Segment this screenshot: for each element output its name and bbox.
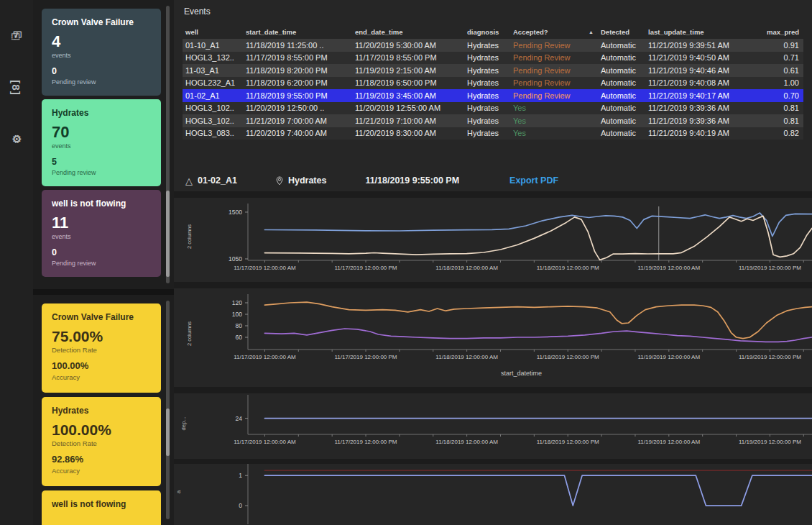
cell-last-update-time: 11/21/2019 9:40:17 AM <box>645 91 753 100</box>
x-tick-label: 11/18/2019 12:00:00 PM <box>537 439 599 445</box>
selected-well: △ 01-02_A1 <box>185 175 237 186</box>
table-header-row: wellstart_date_timeend_date_timediagnosi… <box>183 27 803 37</box>
detection-metric-card[interactable]: Hydrates100.00%Detection Rate92.86%Accur… <box>42 397 161 486</box>
chart-plot-area[interactable]: 10 <box>180 464 812 525</box>
table-row[interactable]: 11-03_A111/18/2019 8:20:00 PM11/19/2019 … <box>183 64 803 77</box>
scrollbar-thumb[interactable] <box>166 191 170 277</box>
x-tick-label: 11/17/2019 12:00:00 AM <box>234 439 296 445</box>
scrollbar-track <box>166 301 170 519</box>
detection-metrics-section: Crown Valve Failure75.00%Detection Rate1… <box>33 295 174 525</box>
cell-well: HOGL3_132.. <box>183 53 243 62</box>
column-header-accepted-[interactable]: Accepted?▲ <box>510 28 598 36</box>
summary-card-column: Crown Valve Failure4events0Pending revie… <box>33 0 174 525</box>
cell-diagnosis: Hydrates <box>464 104 510 112</box>
cell-last-update-time: 11/21/2019 9:39:36 AM <box>645 104 753 112</box>
cell-detected: Automatic <box>598 41 645 50</box>
panel-divider <box>174 387 812 393</box>
detection-metric-card[interactable]: well is not flowing <box>42 490 161 525</box>
chart-plot-area[interactable]: 2411/17/2019 12:00:00 AM11/17/2019 12:00… <box>180 393 812 459</box>
column-header-well[interactable]: well <box>183 28 243 36</box>
event-count-card[interactable]: Crown Valve Failure4events0Pending revie… <box>42 9 161 96</box>
cell-start-date-time: 11/18/2019 11:25:00 .. <box>243 41 352 50</box>
cell-detected: Automatic <box>598 104 645 112</box>
cell-max-pred: 1.00 <box>753 78 803 87</box>
cell-end-date-time: 11/17/2019 8:55:00 PM <box>352 53 464 62</box>
scrollbar-track <box>166 6 170 283</box>
scrollbar-thumb[interactable] <box>166 408 170 456</box>
table-row[interactable]: HOGL3_083..11/20/2019 7:40:00 AM11/20/20… <box>183 127 803 140</box>
cell-max-pred: 0.82 <box>753 129 803 137</box>
x-tick-label: 11/19/2019 12:00:00 AM <box>638 354 701 360</box>
y-axis-label: dep... <box>180 416 187 430</box>
cell-well: 11-03_A1 <box>183 66 243 75</box>
events-count: 70 <box>52 124 151 140</box>
card-title: Hydrates <box>52 406 151 416</box>
svg-text:24: 24 <box>236 415 243 422</box>
cell-start-date-time: 11/21/2019 7:00:00 AM <box>243 117 352 125</box>
cell-start-date-time: 11/20/2019 7:40:00 AM <box>243 129 352 137</box>
pending-label: Pending review <box>52 169 151 176</box>
column-header-last-update-time[interactable]: last_update_time <box>645 28 753 36</box>
table-row[interactable]: HOGL232_A111/18/2019 6:20:00 PM11/18/201… <box>183 77 803 90</box>
detection-metric-card[interactable]: Crown Valve Failure75.00%Detection Rate1… <box>42 303 161 393</box>
detection-rate-value: 75.00% <box>52 329 151 344</box>
x-tick-label: 11/18/2019 12:00:00 AM <box>435 439 498 445</box>
table-row[interactable]: HOGL3_102..11/21/2019 7:00:00 AM11/21/20… <box>183 114 803 127</box>
export-pdf-link[interactable]: Export PDF <box>509 175 558 186</box>
cell-detected: Automatic <box>598 53 645 62</box>
selected-event-bar: △ 01-02_A1 Hydrates 11/18/2019 9:55:00 P… <box>185 173 812 188</box>
well-derrick-icon: △ <box>185 175 193 186</box>
table-row[interactable]: 01-10_A111/18/2019 11:25:00 ..11/20/2019… <box>183 39 803 52</box>
chart-plot-area[interactable]: 120100806011/17/2019 12:00:00 AM11/17/20… <box>180 288 812 387</box>
column-header-diagnosis[interactable]: diagnosis <box>464 28 510 36</box>
x-tick-label: 11/19/2019 12:00:00 PM <box>739 354 801 360</box>
column-header-detected[interactable]: Detected <box>598 28 645 36</box>
events-count: 11 <box>52 215 151 231</box>
panel-divider <box>174 459 812 464</box>
cell-max-pred: 0.91 <box>753 41 803 50</box>
x-tick-label: 11/18/2019 12:00:00 PM <box>537 354 599 360</box>
cell-well: 01-10_A1 <box>183 41 243 50</box>
cell-well: HOGL3_083.. <box>183 129 243 137</box>
event-count-card[interactable]: Hydrates70events5Pending review <box>42 99 161 186</box>
svg-text:1500: 1500 <box>229 209 242 216</box>
cell-start-date-time: 11/18/2019 8:20:00 PM <box>243 66 352 75</box>
x-tick-label: 11/19/2019 12:00:00 AM <box>638 265 701 271</box>
cell-diagnosis: Hydrates <box>464 66 510 75</box>
cell-end-date-time: 11/20/2019 12:55:00 AM <box>352 104 464 112</box>
cell-detected: Automatic <box>598 66 645 75</box>
table-row-selected[interactable]: 01-02_A111/18/2019 9:55:00 PM11/19/2019 … <box>183 89 803 102</box>
events-table: wellstart_date_timeend_date_timediagnosi… <box>183 27 803 140</box>
x-tick-label: 11/18/2019 12:00:00 AM <box>435 354 498 360</box>
x-tick-label: 11/19/2019 12:00:00 AM <box>638 439 701 445</box>
cell-start-date-time: 11/17/2019 8:55:00 PM <box>243 53 352 62</box>
y-axis-label: 2 columns <box>186 321 193 346</box>
y-axis-label: 2 columns <box>186 224 193 249</box>
table-row[interactable]: HOGL3_102..11/20/2019 12:50:00 ..11/20/2… <box>183 102 803 115</box>
column-header-start-date-time[interactable]: start_date_time <box>243 28 352 36</box>
card-title: Hydrates <box>52 108 151 118</box>
events-label: events <box>52 233 151 240</box>
section-divider <box>33 289 174 295</box>
cell-detected: Automatic <box>598 78 645 87</box>
column-header-max-pred[interactable]: max_pred <box>753 28 803 36</box>
column-header-end-date-time[interactable]: end_date_time <box>352 28 464 36</box>
svg-text:1: 1 <box>239 472 242 479</box>
pending-count: 5 <box>52 157 151 167</box>
cell-max-pred: 0.61 <box>753 66 803 75</box>
svg-text:80: 80 <box>236 322 243 329</box>
cell-diagnosis: Hydrates <box>464 117 510 125</box>
card-title: well is not flowing <box>52 499 151 509</box>
pending-label: Pending review <box>52 260 151 267</box>
selected-diagnosis-label: Hydrates <box>288 175 327 186</box>
cell-accepted: Pending Review <box>510 91 598 100</box>
chart-plot-area[interactable]: 1500105011/17/2019 12:00:00 AM11/17/2019… <box>180 198 812 282</box>
table-row[interactable]: HOGL3_132..11/17/2019 8:55:00 PM11/17/20… <box>183 52 803 65</box>
event-count-card[interactable]: well is not flowing11events0Pending revi… <box>42 190 161 277</box>
column-header-label: Accepted? <box>513 28 548 36</box>
pending-count: 0 <box>52 66 151 76</box>
cell-start-date-time: 11/18/2019 9:55:00 PM <box>243 91 352 100</box>
accuracy-value: 92.86% <box>52 454 151 465</box>
cell-max-pred: 0.81 <box>753 117 803 125</box>
chart-2: 2 columns120100806011/17/2019 12:00:00 A… <box>174 288 812 387</box>
